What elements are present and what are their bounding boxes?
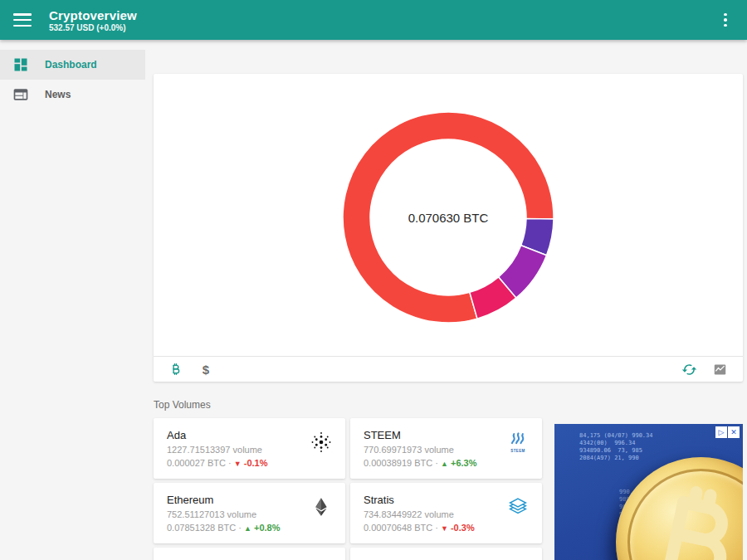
up-arrow-icon: ▲ (441, 460, 448, 468)
coin-btc-value: 0.00070648 BTC (364, 523, 432, 533)
coin-card-stratis[interactable]: Stratis 734.83449922 volume 0.00070648 B… (350, 483, 542, 543)
coin-change: ▼ -0.3% (441, 523, 475, 533)
sidebar-item-label: Dashboard (45, 59, 97, 71)
coin-card-steem[interactable]: STEEM 770.69971973 volume 0.00038919 BTC… (350, 418, 542, 479)
area-chart-icon (712, 362, 728, 377)
donut-center-label: 0.070630 BTC (332, 211, 564, 225)
coin-change: ▲ +6.3% (441, 458, 476, 468)
up-arrow-icon: ▲ (244, 524, 251, 533)
cardano-icon (309, 430, 334, 455)
portfolio-chart-card: 0.070630 BTC $ (154, 74, 743, 382)
steem-icon: STEEM (505, 430, 530, 455)
bitcoin-icon (168, 363, 183, 377)
dashboard-icon (12, 56, 29, 73)
overflow-menu-icon[interactable] (715, 10, 735, 30)
stratis-icon (505, 494, 530, 519)
advertisement-banner[interactable]: 84,175 (04/07) 990.34 4342(00) 996.34 93… (554, 424, 743, 560)
coin-card-ada[interactable]: Ada 1227.71513397 volume 0.000027 BTC · … (154, 418, 345, 479)
hamburger-menu-icon[interactable] (13, 13, 32, 27)
ad-ticker-text: 84,175 (04/07) 990.34 4342(00) 996.34 93… (579, 432, 653, 462)
chart-view-button[interactable] (711, 361, 728, 377)
coin-card-tron[interactable]: TRON (154, 548, 345, 560)
refresh-icon (681, 362, 697, 377)
refresh-button[interactable] (681, 361, 697, 377)
bitcoin-coin-image (616, 457, 743, 560)
app-bar: Cryptoverview 532.57 USD (+0.0%) (0, 0, 747, 40)
news-icon (12, 86, 29, 103)
dollar-icon: $ (203, 363, 209, 377)
steem-caption: STEEM (510, 449, 525, 453)
ethereum-icon (309, 494, 334, 519)
sidebar-item-news[interactable]: News (0, 80, 145, 110)
usd-currency-toggle[interactable]: $ (198, 361, 214, 377)
coin-change: ▼ -0.1% (234, 458, 268, 468)
appbar-titles: Cryptoverview 532.57 USD (+0.0%) (49, 8, 137, 32)
coin-change: ▲ +0.8% (244, 523, 280, 533)
coin-card-ethereum[interactable]: Ethereum 752.51127013 volume 0.07851328 … (154, 483, 345, 543)
down-arrow-icon: ▼ (441, 524, 448, 533)
adchoices-icon[interactable]: ▷ (715, 426, 727, 438)
donut-chart-area: 0.070630 BTC (154, 74, 743, 356)
down-arrow-icon: ▼ (234, 460, 242, 468)
coin-btc-value: 0.00038919 BTC (364, 458, 432, 468)
chart-toolbar: $ (154, 356, 743, 382)
bitcoin-symbol (619, 469, 743, 560)
coin-btc-value: 0.000027 BTC (167, 458, 226, 468)
sidebar-item-label: News (45, 89, 71, 100)
coin-btc-value: 0.07851328 BTC (167, 523, 236, 533)
sidebar: Dashboard News (0, 40, 145, 560)
top-volumes-grid: Ada 1227.71513397 volume 0.000027 BTC · … (154, 418, 542, 560)
main-content: 0.070630 BTC $ (145, 40, 747, 560)
ad-close-icon[interactable]: ✕ (728, 426, 740, 438)
portfolio-value-subtitle: 532.57 USD (+0.0%) (49, 23, 137, 32)
sidebar-item-dashboard[interactable]: Dashboard (0, 50, 145, 80)
btc-currency-toggle[interactable] (167, 361, 183, 377)
top-volumes-title: Top Volumes (154, 399, 743, 411)
coin-card-0x-protocol[interactable]: 0x Protocol (350, 548, 542, 560)
app-title: Cryptoverview (49, 8, 137, 22)
